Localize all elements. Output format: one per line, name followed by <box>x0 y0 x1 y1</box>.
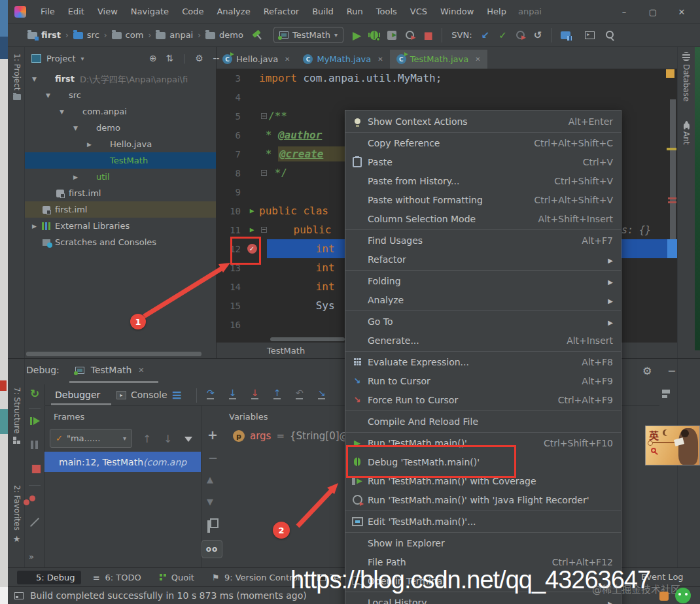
toolwindow-toggle-button[interactable] <box>585 31 595 39</box>
fold-marker[interactable] <box>259 113 268 119</box>
error-stripe-top-marker[interactable] <box>666 69 674 78</box>
context-menu-item[interactable]: Show in Explorer <box>345 533 621 552</box>
close-tab-icon[interactable]: ✕ <box>285 56 290 63</box>
breadcrumb[interactable]: src › <box>73 30 112 40</box>
breadcrumb[interactable]: demo › <box>205 30 243 40</box>
rerun-button[interactable]: ↻ <box>30 387 39 400</box>
search-everywhere-button[interactable] <box>605 30 615 40</box>
move-watch-up-icon[interactable]: ▲ <box>207 475 213 484</box>
tree-row[interactable]: ▶ External Libraries <box>25 218 216 234</box>
close-tab-icon[interactable]: ✕ <box>377 56 383 63</box>
tree-row[interactable]: Scratches and Consoles <box>25 234 216 250</box>
context-menu-item[interactable] <box>345 511 621 511</box>
context-menu-item[interactable]: Find Usages Alt+F7 <box>345 231 621 250</box>
stripe-project-button[interactable]: 1: Project <box>9 54 25 100</box>
context-menu-item[interactable]: Local History <box>345 593 621 604</box>
profiler-button[interactable] <box>406 31 414 39</box>
force-step-into-icon[interactable]: ↓ <box>251 388 259 399</box>
vcs-commit-button[interactable]: ✓ <box>499 29 507 41</box>
menu-bar-item[interactable]: Window <box>434 5 480 18</box>
tree-row[interactable]: ▼ demo <box>25 120 216 136</box>
variable-row[interactable]: p args = {String[0]@ <box>233 430 349 442</box>
minimize-button[interactable]: – <box>610 7 639 17</box>
tab-debugger[interactable]: Debugger <box>55 390 100 400</box>
editor-vscrollbar[interactable] <box>670 99 676 242</box>
vcs-rollback-button[interactable]: ↺ <box>534 29 542 41</box>
context-menu-item[interactable] <box>345 532 621 533</box>
context-menu-item[interactable] <box>345 310 621 311</box>
context-menu-item[interactable] <box>345 351 621 352</box>
tree-row[interactable]: ▼ com.anpai <box>25 103 216 120</box>
tree-row[interactable]: ▼ first D:\大学四年\Anpai\anpai\fi <box>25 71 216 87</box>
tool-window-button[interactable]: Quoit <box>152 571 200 584</box>
context-menu-item[interactable]: Go To <box>345 312 621 331</box>
tree-row[interactable]: TestMath <box>25 152 216 169</box>
context-menu-item[interactable]: Copy Reference Ctrl+Alt+Shift+C <box>345 133 621 152</box>
frame-down-icon[interactable]: ↓ <box>164 433 172 445</box>
context-menu-item[interactable]: Show Context Actions Alt+Enter <box>345 112 621 131</box>
context-menu-item[interactable]: Edit 'TestMath.main()'... <box>345 512 621 531</box>
tree-row[interactable]: first.iml <box>25 185 216 201</box>
coverage-button[interactable] <box>387 31 396 40</box>
stop-button[interactable]: ■ <box>423 29 432 41</box>
stripe-marker[interactable] <box>668 201 676 203</box>
frame-up-icon[interactable]: ↑ <box>143 433 151 445</box>
changes-view-button[interactable] <box>561 31 570 39</box>
breadcrumb[interactable]: first › <box>27 30 73 40</box>
tool-window-button[interactable]: 6: TODO <box>86 571 147 584</box>
context-menu-item[interactable]: Evaluate Expression... Alt+F8 <box>345 352 621 371</box>
menu-bar-item[interactable]: Help <box>480 5 513 18</box>
build-hammer-icon[interactable] <box>251 27 266 42</box>
locate-file-button[interactable]: ⊕ <box>149 53 157 63</box>
gutter-mark[interactable] <box>245 226 259 234</box>
duplicate-watch-icon[interactable] <box>207 520 210 533</box>
tree-expand-arrow[interactable]: ▼ <box>56 109 67 115</box>
vcs-history-button[interactable] <box>516 31 525 39</box>
stripe-current-line-marker[interactable] <box>667 239 677 258</box>
more-actions-button[interactable]: » <box>29 552 34 562</box>
tree-row[interactable]: ▶ Hello.java <box>25 136 216 152</box>
debug-button[interactable] <box>370 31 378 40</box>
context-menu-item[interactable]: Analyze <box>345 290 621 309</box>
settings-gear-icon[interactable]: ⚙ <box>195 53 203 63</box>
breadcrumb[interactable]: anpai › <box>156 30 205 40</box>
threads-view-icon[interactable]: ≡ <box>171 387 183 403</box>
stripe-marker[interactable] <box>667 148 676 150</box>
menu-bar-item[interactable]: Run <box>340 5 370 18</box>
context-menu-item[interactable]: Generate... Alt+Insert <box>345 331 621 350</box>
context-menu-item[interactable] <box>345 432 621 433</box>
step-over-icon[interactable]: ↷ <box>207 388 215 399</box>
tree-expand-arrow[interactable]: ▼ <box>43 92 54 99</box>
show-watches-toggle[interactable]: oo <box>201 540 222 558</box>
context-menu-item[interactable]: Folding <box>345 271 621 290</box>
menu-bar-item[interactable]: Refactor <box>257 5 306 18</box>
menu-bar-item[interactable]: Build <box>306 5 340 18</box>
fold-marker[interactable] <box>259 227 268 233</box>
tree-expand-arrow[interactable]: ▼ <box>29 76 40 82</box>
maximize-button[interactable]: ▢ <box>639 7 667 17</box>
context-menu-item[interactable]: Paste from History... Ctrl+Shift+V <box>345 171 621 190</box>
stripe-database-button[interactable]: Database <box>678 52 694 101</box>
editor-tab[interactable]: C Hello.java ✕ <box>216 50 296 69</box>
drop-frame-icon[interactable]: ↶ <box>296 388 304 399</box>
move-watch-down-icon[interactable]: ▼ <box>207 497 213 507</box>
code-line[interactable]: 4 <box>216 88 677 107</box>
menu-bar-item[interactable]: File <box>34 5 61 18</box>
add-watch-button[interactable]: + <box>207 428 218 442</box>
run-button[interactable]: ▶ <box>353 29 361 42</box>
stripe-marker[interactable] <box>668 197 676 199</box>
tree-row[interactable]: ▶ util <box>25 169 216 185</box>
pause-button[interactable] <box>31 441 38 449</box>
menu-bar-item[interactable]: Tools <box>370 5 404 18</box>
debug-hide-button[interactable]: − <box>667 365 676 377</box>
context-menu-item[interactable]: Run 'TestMath.main()' with 'Java Flight … <box>345 490 621 509</box>
tree-row[interactable]: ▼ src <box>25 87 216 103</box>
tab-console[interactable]: Console <box>131 390 167 400</box>
step-out-icon[interactable]: ↑ <box>273 388 281 399</box>
editor-tab[interactable]: C MyMath.java ✕ <box>296 50 389 69</box>
close-button[interactable]: ✕ <box>667 7 696 17</box>
run-config-selector[interactable]: TestMath ▾ <box>273 27 343 43</box>
breadcrumb-item[interactable]: TestMath <box>267 346 305 356</box>
context-menu-item[interactable] <box>345 132 621 133</box>
context-menu-item[interactable]: Paste without Formatting Ctrl+Alt+Shift+… <box>345 190 621 209</box>
